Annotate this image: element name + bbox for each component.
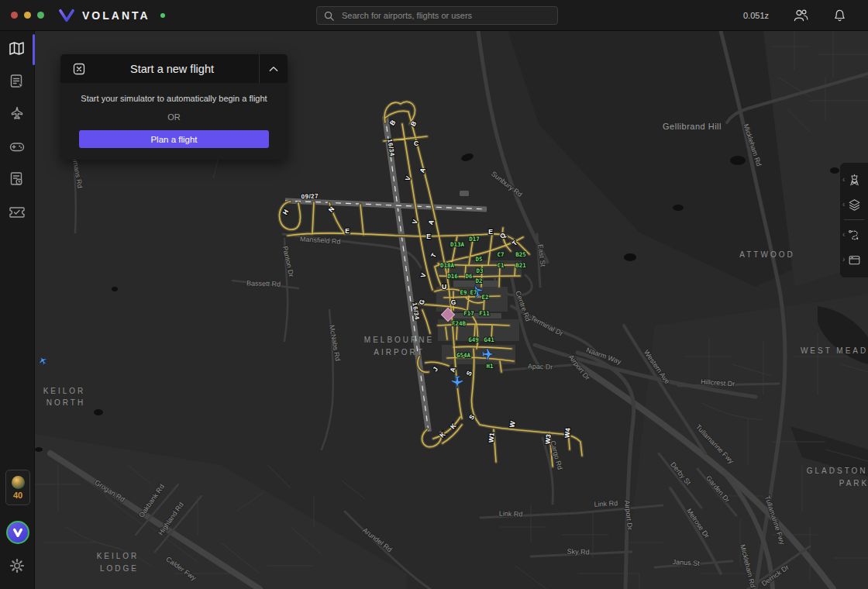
taxiway-label: G <box>451 298 456 306</box>
window-controls <box>11 12 44 19</box>
window-minimize-button[interactable] <box>24 12 31 19</box>
airport-info-tool[interactable]: ‹ <box>840 167 868 192</box>
place-label: AIRPORT <box>374 348 424 356</box>
search-icon <box>323 10 335 22</box>
volanta-connection-status[interactable] <box>6 521 29 544</box>
ticket-icon <box>8 202 26 221</box>
sidebar-item-flights[interactable] <box>8 105 26 123</box>
online-status-dot <box>160 13 165 18</box>
layers-icon <box>847 198 862 212</box>
chevron-left-icon: ‹ <box>842 231 845 239</box>
gate-label: D16 <box>447 273 458 280</box>
place-label: GLADSTONE <box>807 467 868 475</box>
gate-label: D6 <box>465 273 473 280</box>
volanta-status-icon <box>11 526 25 539</box>
start-flight-panel: Start a new flight Start your simulator … <box>60 54 288 160</box>
search-input[interactable] <box>340 10 551 21</box>
chevron-left-icon: ‹ <box>842 201 845 208</box>
gate-label: D18A <box>440 262 455 269</box>
start-flight-panel-header: Start a new flight <box>60 54 288 83</box>
route-tool[interactable]: ‹ <box>840 222 868 247</box>
road-label: Sky Rd <box>567 547 589 556</box>
sidebar-item-map[interactable] <box>8 40 26 58</box>
top-bar: VOLANTA 0.051z <box>0 0 868 31</box>
gate-label: G54A <box>456 352 471 359</box>
gate-label: D17 <box>469 236 480 243</box>
sidebar-item-simulator[interactable] <box>8 137 26 156</box>
collapse-panel-button[interactable] <box>259 54 288 83</box>
gate-label: D5 <box>475 256 482 263</box>
notifications-button[interactable] <box>833 9 846 22</box>
plan-flight-button[interactable]: Plan a flight <box>79 130 269 148</box>
gate-label: F24B <box>452 320 467 327</box>
sidebar-item-flight-plan[interactable] <box>8 72 26 91</box>
control-tower-icon <box>847 173 862 188</box>
gate-label: F11 <box>479 310 490 317</box>
road-label: Bassett Rd <box>246 279 281 288</box>
brand-name: VOLANTA <box>82 9 150 22</box>
place-label: ATTWOOD <box>739 250 794 259</box>
road-label: Link Rd <box>594 499 618 508</box>
road-label: Apac Dr <box>528 362 553 370</box>
gate-label: B25 <box>515 251 526 258</box>
place-label: PARK <box>839 479 868 487</box>
global-search[interactable] <box>316 6 558 25</box>
gate-label: D13A <box>450 241 465 248</box>
user-level: 40 <box>13 491 22 500</box>
user-level-badge[interactable]: 40 <box>5 470 30 505</box>
gate-label: G49 <box>468 336 479 343</box>
gate-label: F17 <box>463 310 474 317</box>
map-icon <box>8 40 26 58</box>
gate-label: D3 <box>476 267 484 274</box>
gear-icon <box>8 556 26 575</box>
sidebar-item-events[interactable] <box>8 202 26 221</box>
gate-label: E9 <box>460 289 467 296</box>
airplane-icon <box>8 105 26 123</box>
friends-button[interactable] <box>794 9 808 22</box>
simulator-instruction: Start your simulator to automatically be… <box>70 94 278 103</box>
sidebar-item-logbook[interactable] <box>8 170 26 188</box>
chevron-right-icon: › <box>842 256 845 264</box>
gamepad-icon <box>8 137 26 156</box>
gate-label: E2 <box>481 294 488 301</box>
gate-label: H1 <box>486 363 494 370</box>
globe-avatar <box>12 476 25 489</box>
taxiway-label: W4 <box>563 428 571 439</box>
place-label: WEST MEADOWS <box>801 346 868 355</box>
chevron-up-icon <box>268 65 279 73</box>
route-icon <box>847 228 862 243</box>
tools-divider <box>844 219 864 220</box>
flight-plan-icon <box>8 72 26 91</box>
place-label: Gellibrand Hill <box>663 122 722 131</box>
road-label: Janus St <box>672 558 700 567</box>
logbook-icon <box>8 170 26 188</box>
gate-label: D2 <box>475 277 482 284</box>
place-label: KEILOR <box>97 552 140 560</box>
settings-button[interactable] <box>8 556 26 575</box>
taxiway-label: E <box>426 232 431 240</box>
windows-tool[interactable]: › <box>840 247 868 272</box>
place-label: LODGE <box>100 564 139 573</box>
runway-label: 09/27 <box>301 192 319 200</box>
panel-title: Start a new flight <box>85 63 259 75</box>
sidebar: 40 <box>0 31 35 589</box>
window-close-button[interactable] <box>11 12 18 19</box>
taxiway-label: W1 <box>487 432 495 443</box>
close-panel-icon[interactable] <box>73 63 85 75</box>
gate-label: G41 <box>484 336 494 343</box>
road-label: Link Rd <box>499 509 523 518</box>
taxiway-label: E <box>488 228 493 236</box>
gate-label: B21 <box>515 262 526 269</box>
zulu-clock: 0.051z <box>743 11 769 20</box>
people-icon <box>794 9 808 22</box>
map-layers-tool[interactable]: ‹ <box>840 192 868 217</box>
taxiway-label: E <box>345 227 350 235</box>
start-flight-panel-body: Start your simulator to automatically be… <box>60 83 288 160</box>
window-zoom-button[interactable] <box>37 12 44 19</box>
or-separator: OR <box>70 112 278 122</box>
chevron-left-icon: ‹ <box>842 176 845 184</box>
gate-label: E7 <box>470 289 477 296</box>
window-icon <box>847 253 862 267</box>
map-tools-panel: ‹ ‹ ‹ › <box>840 163 868 277</box>
volanta-logo: VOLANTA <box>58 9 165 22</box>
